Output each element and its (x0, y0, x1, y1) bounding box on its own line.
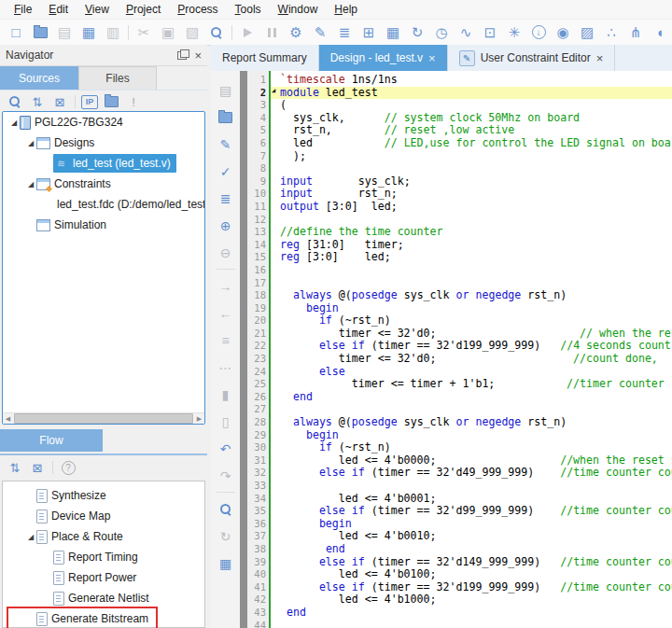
editor-undo-button[interactable]: ↶ (211, 435, 240, 462)
program-download-button[interactable]: ↓ (526, 22, 551, 43)
run-button[interactable] (235, 22, 259, 43)
design-blocks-button[interactable]: ⊞ (357, 22, 381, 43)
editor-find-replace-button[interactable]: ↻ (211, 523, 240, 550)
editor-print-button[interactable]: ▦ (211, 550, 240, 577)
doc-tab-report-summary[interactable]: Report Summary (211, 45, 319, 71)
source-tree-item[interactable]: led_test.fdc (D:/demo/led_test/led (3, 194, 204, 215)
timing-clock-button[interactable]: ◷ (429, 22, 454, 43)
editor-reports-button[interactable]: ≣ (211, 185, 240, 212)
close-tab-icon[interactable]: × (428, 51, 436, 65)
code-line (271, 620, 672, 628)
code-segment (280, 542, 326, 555)
fold-marker-icon[interactable]: ◢ (272, 87, 275, 94)
menu-file[interactable]: File (6, 1, 40, 18)
source-tree-item[interactable]: ◢Constraints (3, 174, 204, 194)
menu-view[interactable]: View (77, 1, 118, 18)
editor-indent-button[interactable]: → (211, 272, 240, 300)
source-tree-item[interactable]: Simulation (3, 215, 204, 235)
editor-comment-button[interactable]: ≡ (211, 327, 240, 354)
editor-open-file-button[interactable] (211, 104, 240, 131)
tree-horizontal-scrollbar[interactable]: ◀ ▶ (3, 412, 204, 424)
editor-zoom-out-button[interactable]: ⊖ (211, 239, 240, 266)
menu-process[interactable]: Process (169, 1, 226, 18)
new-file-button[interactable]: □ (4, 22, 28, 43)
save-all-button[interactable]: ▥ (101, 22, 125, 43)
flow-help-button[interactable]: ? (59, 458, 77, 477)
user-constraints-button[interactable]: ✎ (308, 22, 332, 43)
open-project-button[interactable] (28, 22, 52, 43)
save-as-button[interactable]: ▦ (77, 22, 101, 43)
flow-tree-item[interactable]: Generate Netlist (3, 588, 204, 608)
code-editor[interactable]: ◢ `timescale 1ns/1nsmodule led_test( sys… (271, 71, 672, 628)
report-summary-button[interactable]: ≣ (332, 22, 357, 43)
hierarchy-view-button[interactable]: ⋔ (623, 22, 648, 43)
menu-project[interactable]: Project (118, 1, 169, 18)
netlist-view-button[interactable]: ∴ (599, 22, 623, 43)
source-tree-item[interactable]: ◢PGL22G-7BG324 (3, 112, 204, 133)
scroll-left-icon[interactable]: ◀ (3, 415, 13, 423)
expander-icon[interactable]: ◢ (8, 119, 20, 127)
doc-tab-label: Report Summary (222, 51, 307, 64)
flow-tree-item[interactable]: Device Map (3, 506, 204, 526)
edge-partial-button[interactable]: ◖ (648, 22, 672, 43)
settings-button[interactable]: ⚙ (284, 22, 308, 43)
editor-next-bookmark-button[interactable]: ▯ (211, 408, 240, 435)
source-tree-item[interactable]: ◢Designs (3, 133, 204, 153)
editor-outdent-button[interactable]: ← (211, 300, 240, 327)
rerun-button[interactable]: ↻ (405, 22, 429, 43)
code-segment: // reset ,low active (332, 123, 514, 136)
menu-tools[interactable]: Tools (227, 1, 270, 18)
tab-flow[interactable]: Flow (0, 429, 103, 452)
ip-compiler-button[interactable]: ◉ (551, 22, 575, 43)
editor-bookmark-button[interactable]: ▮ (211, 381, 240, 408)
resource-table-button[interactable]: ▦ (381, 22, 405, 43)
close-panel-icon[interactable]: × (194, 49, 202, 63)
save-button[interactable]: ▤ (52, 22, 77, 43)
menu-help[interactable]: Help (326, 1, 366, 18)
navigator-expand-all-button[interactable]: ⇅ (28, 92, 47, 111)
flow-tree-item[interactable]: Report Timing (3, 547, 204, 567)
tab-sources[interactable]: Sources (0, 66, 78, 90)
copy-button[interactable]: ▣ (156, 22, 180, 43)
cut-button[interactable]: ✂ (132, 22, 156, 43)
expander-icon[interactable]: ◢ (25, 139, 36, 147)
editor-uncomment-button[interactable]: ⋯ (211, 354, 240, 381)
scrollbar-thumb[interactable] (14, 413, 193, 424)
editor-edit-button[interactable]: ✎ (211, 131, 240, 158)
paste-button[interactable]: ▧ (180, 22, 204, 43)
tab-files[interactable]: Files (78, 66, 157, 90)
flow-tree-item[interactable]: ◢Place & Route (3, 526, 204, 547)
editor-save-button[interactable]: ▤ (211, 77, 240, 104)
waveform-button[interactable]: ∿ (454, 22, 478, 43)
float-panel-icon[interactable] (177, 51, 187, 60)
scroll-right-icon[interactable]: ▶ (194, 415, 204, 423)
navigator-messages-warning-button[interactable]: ! (124, 92, 143, 111)
flow-tree-item[interactable]: Report Power (3, 567, 204, 588)
navigator-ip-button[interactable]: IP (81, 95, 98, 109)
chart-view-button[interactable]: ▨ (575, 22, 599, 43)
flow-collapse-all-button[interactable]: ⊠ (28, 458, 47, 477)
device-chip-button[interactable]: ⊡ (478, 22, 502, 43)
navigator-add-folder-button[interactable] (102, 92, 120, 111)
navigator-collapse-all-button[interactable]: ⊠ (50, 92, 69, 111)
flow-tree-item[interactable]: Generate Bitstream (3, 608, 204, 628)
editor-find-button[interactable] (211, 495, 240, 523)
editor-redo-button[interactable]: ↷ (211, 462, 240, 489)
doc-tab-user-constraint-editor[interactable]: ✎User Constraint Editor× (448, 45, 616, 71)
flow-tree-item[interactable]: Synthesize (3, 485, 204, 506)
editor-syntax-check-button[interactable]: ✓ (211, 158, 240, 185)
expander-icon[interactable]: ◢ (25, 180, 36, 188)
doc-tab-design-led-test-v[interactable]: Design - led_test.v× (319, 45, 448, 71)
close-tab-icon[interactable]: × (596, 51, 604, 65)
menu-window[interactable]: Window (270, 1, 327, 18)
pause-button[interactable] (259, 22, 284, 43)
expander-icon[interactable]: ◢ (25, 533, 36, 541)
navigator-search-button[interactable] (6, 92, 24, 111)
editor-zoom-in-button[interactable]: ⊕ (211, 212, 240, 239)
flow-expand-all-button[interactable]: ⇅ (6, 458, 24, 477)
menu-edit[interactable]: Edit (40, 1, 77, 18)
selected-item[interactable]: ≋led_test (led_test.v) (53, 154, 176, 173)
source-tree-item[interactable]: ≋led_test (led_test.v) (3, 153, 204, 174)
debug-bug-button[interactable]: ✳ (502, 22, 526, 43)
search-button[interactable] (204, 22, 229, 43)
